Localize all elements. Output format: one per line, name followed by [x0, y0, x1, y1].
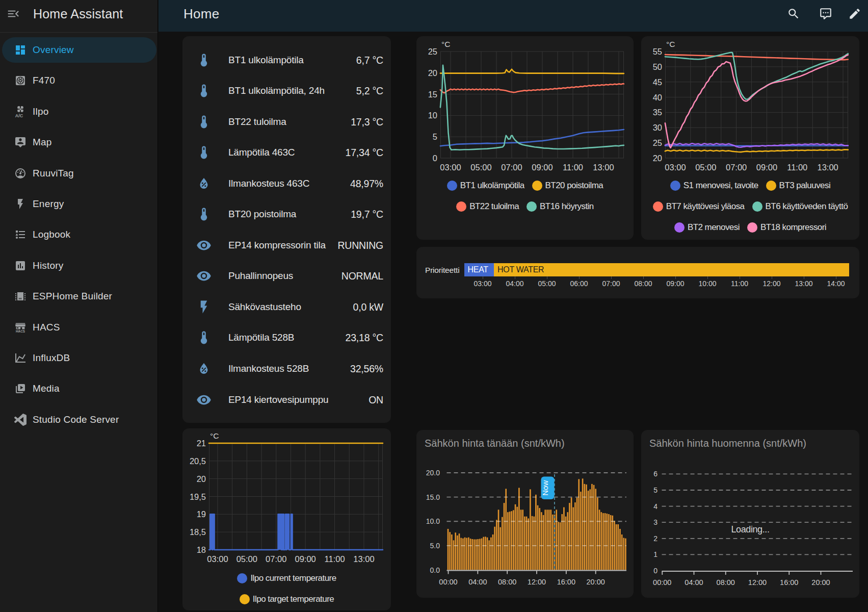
x-axis-label: 08:00	[498, 578, 516, 586]
tooltip-account-icon	[14, 136, 27, 148]
entity-name: Ilmankosteus 463C	[228, 178, 309, 189]
entity-value: 23,18 °C	[346, 332, 384, 344]
entity-row[interactable]: Lämpötila 528B23,18 °C	[182, 322, 391, 353]
legend-item[interactable]: BT16 höyrystin	[527, 201, 594, 212]
menu-toggle-icon[interactable]	[7, 7, 20, 20]
entity-row[interactable]: Ilmankosteus 528B32,56%	[182, 353, 391, 384]
timeline-tick-label: 09:00	[666, 279, 684, 288]
entity-value: NORMAL	[341, 270, 383, 282]
edit-dashboard-pencil-icon[interactable]	[848, 7, 861, 20]
entity-row[interactable]: Sähkövastusteho0,0 kW	[182, 292, 391, 322]
legend-item[interactable]: BT1 ulkolämpötila	[447, 181, 524, 191]
y-axis-label: 10	[428, 111, 437, 120]
y-axis-unit: °C	[210, 431, 219, 440]
sidebar-item-map[interactable]: Map	[2, 130, 156, 155]
x-axis-label: 07:00	[726, 163, 747, 172]
play-box-multiple-icon	[14, 382, 27, 395]
y-axis-label: 19,5	[190, 492, 206, 501]
search-icon[interactable]	[787, 7, 800, 20]
y-axis-label: 55	[653, 47, 662, 56]
sidebar-item-esphome-builder[interactable]: ESPHome Builder	[2, 284, 156, 309]
entity-row[interactable]: BT22 tuloilma17,3 °C	[182, 107, 391, 137]
legend-item[interactable]: BT20 poistoilma	[532, 181, 603, 191]
x-axis-label: 09:00	[532, 163, 553, 172]
view-dashboard-icon	[14, 44, 27, 56]
x-axis-label: 13:00	[593, 163, 614, 172]
sidebar-item-energy[interactable]: Energy	[2, 191, 156, 217]
y-axis-label: 20.0	[426, 469, 440, 477]
sidebar-item-ilpo[interactable]: A/CIlpo	[2, 99, 156, 124]
y-axis-label: 10.0	[426, 517, 440, 525]
y-axis-label: 35	[653, 108, 662, 117]
timeline-segment-hot-water[interactable]: HOT WATER	[494, 263, 849, 276]
sidebar-item-label: InfluxDB	[33, 352, 70, 364]
vscode-icon	[14, 414, 27, 426]
legend-row: BT22 tuloilmaBT16 höyrystin	[456, 196, 593, 217]
y-axis-label: 5	[433, 132, 437, 141]
sidebar-item-hacs[interactable]: HACSHACS	[2, 315, 156, 340]
x-axis-label: 16:00	[557, 578, 575, 586]
legend-item[interactable]: S1 menovesi, tavoite	[670, 181, 758, 191]
thermometer-icon	[196, 53, 212, 68]
sidebar-item-label: Ilpo	[33, 106, 48, 117]
entity-row[interactable]: BT1 ulkolämpötila, 24h5,2 °C	[182, 75, 391, 106]
x-axis-label: 07:00	[501, 163, 522, 172]
legend-dot	[447, 181, 457, 191]
sidebar-item-media[interactable]: Media	[2, 376, 156, 401]
priority-timeline-card: PrioriteettiHEATHOT WATER03:0004:0005:00…	[416, 247, 859, 298]
price_tomorrow-plot: 012345600:0004:0008:0012:0016:0020:00	[641, 430, 859, 598]
sidebar-item-label: Logbook	[33, 229, 70, 240]
timeline-tick-label: 13:00	[795, 279, 812, 288]
water_temps-legend: S1 menovesi, tavoiteBT3 paluuvesiBT7 käy…	[641, 175, 859, 238]
entity-name: BT1 ulkolämpötila	[228, 55, 304, 66]
x-axis-label: 08:00	[717, 578, 735, 586]
entity-value: 17,3 °C	[351, 116, 383, 128]
sidebar-item-label: RuuviTag	[33, 168, 74, 179]
priority-timeline-bar: HEATHOT WATER	[464, 263, 849, 276]
entity-value: RUNNING	[337, 239, 383, 251]
entities-card: BT1 ulkolämpötila6,7 °CBT1 ulkolämpötila…	[182, 36, 391, 423]
legend-item[interactable]: Ilpo current temperature	[237, 573, 336, 583]
eye-icon	[196, 392, 212, 407]
legend-item[interactable]: BT2 menovesi	[674, 222, 740, 233]
legend-label: Ilpo target temperature	[253, 594, 334, 604]
entity-value: 0,0 kW	[353, 301, 383, 313]
y-axis-unit: °C	[666, 40, 675, 48]
x-axis-label: 09:00	[295, 554, 316, 564]
timeline-entity-label: Prioriteetti	[425, 266, 459, 275]
assist-chat-icon[interactable]	[819, 7, 832, 20]
timeline-segment-heat[interactable]: HEAT	[464, 263, 494, 276]
entity-row[interactable]: Ilmankosteus 463C48,97%	[182, 168, 391, 199]
entity-row[interactable]: PuhallinnopeusNORMAL	[182, 261, 391, 291]
sidebar-item-overview[interactable]: Overview	[2, 37, 156, 63]
entity-row[interactable]: EP14 kiertovesipumppuON	[182, 385, 391, 415]
legend-item[interactable]: BT7 käyttövesi yläosa	[653, 201, 745, 212]
legend-item[interactable]: BT18 kompressori	[747, 222, 826, 233]
legend-label: Ilpo current temperature	[250, 573, 336, 583]
entity-row[interactable]: Lämpötila 463C17,34 °C	[182, 137, 391, 168]
legend-row: BT2 menovesiBT18 kompressori	[674, 217, 826, 238]
sidebar-item-history[interactable]: History	[2, 253, 156, 278]
entity-row[interactable]: BT1 ulkolämpötila6,7 °C	[182, 45, 391, 75]
legend-item[interactable]: BT22 tuloilma	[456, 201, 519, 212]
entity-name: Lämpötila 463C	[228, 147, 295, 158]
sidebar-item-f470[interactable]: F470	[2, 68, 156, 93]
x-axis-label: 00:00	[439, 578, 457, 586]
sidebar-item-influxdb[interactable]: InfluxDB	[2, 345, 156, 371]
x-axis-label: 20:00	[587, 578, 605, 586]
entity-row[interactable]: EP14 kompressorin tilaRUNNING	[182, 230, 391, 261]
sidebar-item-logbook[interactable]: Logbook	[2, 222, 156, 247]
sidebar-item-studio-code-server[interactable]: Studio Code Server	[2, 407, 156, 432]
legend-label: BT22 tuloilma	[469, 201, 519, 212]
timeline-tick	[804, 276, 804, 279]
entity-row[interactable]: BT20 poistoilma19,7 °C	[182, 199, 391, 230]
legend-item[interactable]: BT6 käyttöveden täyttö	[752, 201, 848, 212]
x-axis-label: 05:00	[236, 554, 257, 564]
x-axis-label: 03:00	[440, 163, 461, 172]
legend-item[interactable]: Ilpo target temperature	[240, 594, 334, 604]
price-today-card: Sähkön hinta tänään (snt/kWh) 0.05.010.0…	[416, 430, 634, 598]
series-BT22 tuloilma	[440, 84, 624, 93]
x-axis-label: 04:00	[685, 578, 703, 586]
legend-item[interactable]: BT3 paluuvesi	[766, 181, 831, 191]
sidebar-item-ruuvitag[interactable]: RuuviTag	[2, 161, 156, 186]
